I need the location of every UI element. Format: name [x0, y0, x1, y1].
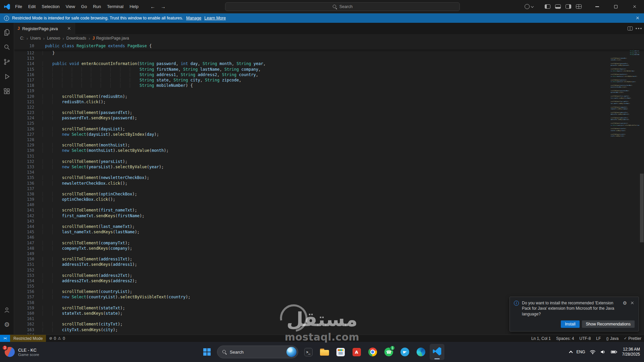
- taskbar-app-telegram[interactable]: [397, 344, 412, 360]
- search-highlight-image[interactable]: [286, 347, 297, 357]
- language-indicator[interactable]: ENG: [577, 350, 585, 354]
- taskbar-app-microsoft-store[interactable]: [333, 344, 348, 360]
- code-line-134[interactable]: 134: [14, 170, 644, 175]
- wifi-icon[interactable]: [590, 350, 596, 354]
- code-line-112[interactable]: 112 }: [14, 50, 644, 56]
- menu-go[interactable]: Go: [78, 0, 90, 13]
- battery-icon[interactable]: [610, 350, 618, 354]
- menu-terminal[interactable]: Terminal: [104, 0, 126, 13]
- code-line-122[interactable]: 122: [14, 105, 644, 110]
- toggle-secondary-sidebar-icon[interactable]: [566, 4, 571, 9]
- code-line-143[interactable]: 143: [14, 219, 644, 224]
- chevron-up-icon[interactable]: [569, 351, 573, 354]
- show-recommendations-button[interactable]: Show Recommendations: [582, 320, 635, 328]
- breadcrumb-item[interactable]: Users: [30, 36, 41, 41]
- taskbar-app-whatsapp[interactable]: ☎1: [381, 344, 396, 360]
- code-line-125[interactable]: 125: [14, 121, 644, 126]
- breadcrumb-item[interactable]: C:: [20, 36, 24, 41]
- menu-view[interactable]: View: [63, 0, 78, 13]
- start-button[interactable]: [200, 344, 214, 360]
- remote-indicator[interactable]: ><: [0, 335, 10, 342]
- extensions-icon[interactable]: [0, 84, 14, 99]
- taskbar-app-microsoft-edge[interactable]: [414, 344, 428, 360]
- toggle-sidebar-icon[interactable]: [545, 4, 550, 9]
- forward-button[interactable]: →: [161, 4, 166, 9]
- gear-icon[interactable]: ⚙: [623, 300, 627, 306]
- code-line-117[interactable]: 117 String state, String city, String zi…: [14, 77, 644, 83]
- status-java[interactable]: {}Java: [603, 335, 621, 342]
- more-actions-icon[interactable]: [638, 28, 639, 29]
- clock[interactable]: 12:36 AM 7/28/2025: [622, 347, 640, 357]
- close-window-button[interactable]: [625, 0, 644, 13]
- sticky-scroll-line[interactable]: 10 public class RegisterPage extends Pag…: [14, 42, 644, 50]
- code-line-142[interactable]: 142 first_nameTxt.sendKeys(firstName);: [14, 213, 644, 219]
- menu-file[interactable]: File: [12, 0, 25, 13]
- search-icon[interactable]: [0, 40, 14, 54]
- code-line-152[interactable]: 152: [14, 267, 644, 273]
- code-line-140[interactable]: 140: [14, 202, 644, 207]
- widgets-sports-score[interactable]: 3 CLE - KC Game score: [5, 342, 39, 362]
- menu-help[interactable]: Help: [126, 0, 142, 13]
- volume-icon[interactable]: [600, 349, 606, 355]
- code-line-148[interactable]: 148 companyTxt.sendKeys(company);: [14, 246, 644, 251]
- close-tab-icon[interactable]: [67, 26, 71, 31]
- breadcrumb-item[interactable]: Downloads: [66, 36, 86, 41]
- taskbar-app-file-explorer[interactable]: [317, 344, 332, 360]
- code-line-138[interactable]: 138 scrollToElement(optinCheckBox);: [14, 191, 644, 197]
- code-line-131[interactable]: 131: [14, 154, 644, 159]
- code-line-114[interactable]: 114 public void enterAccountInformation(…: [14, 61, 644, 66]
- code-line-130[interactable]: 130 new Select(monthsList).selectByValue…: [14, 148, 644, 153]
- code-line-141[interactable]: 141 scrollToElement(first_nameTxt);: [14, 207, 644, 213]
- settings-gear-icon[interactable]: ⚙: [0, 317, 14, 332]
- problems-status[interactable]: ⊘ 0 ⚠ 0: [46, 335, 68, 342]
- code-line-115[interactable]: 115 String firstName, String lastName, S…: [14, 67, 644, 72]
- code-line-128[interactable]: 128: [14, 137, 644, 142]
- code-line-121[interactable]: 121 rediusBtn.click();: [14, 99, 644, 105]
- install-button[interactable]: Install: [561, 320, 579, 328]
- taskbar-app-google-chrome[interactable]: [365, 344, 380, 360]
- code-line-154[interactable]: 154 address2Txt.sendKeys(address2);: [14, 278, 644, 284]
- status-utf-8[interactable]: UTF-8: [577, 335, 593, 342]
- code-line-127[interactable]: 127 new Select(daysList).selectByIndex(d…: [14, 132, 644, 137]
- code-line-146[interactable]: 146: [14, 235, 644, 240]
- close-toast-icon[interactable]: [630, 301, 635, 305]
- toggle-panel-icon[interactable]: [555, 4, 561, 9]
- split-editor-icon[interactable]: [628, 26, 633, 31]
- menu-run[interactable]: Run: [90, 0, 104, 13]
- code-line-137[interactable]: 137: [14, 186, 644, 191]
- code-line-129[interactable]: 129 scrollToElement(monthsList);: [14, 142, 644, 148]
- code-line-118[interactable]: 118 String mobileNumber) {: [14, 83, 644, 88]
- code-line-145[interactable]: 145 last_nameTxt.sendKeys(lastName);: [14, 229, 644, 235]
- explorer-icon[interactable]: [0, 25, 14, 40]
- close-banner-icon[interactable]: [635, 16, 640, 20]
- code-line-151[interactable]: 151 address1Txt.sendKeys(address1);: [14, 262, 644, 267]
- run-debug-icon[interactable]: [0, 69, 14, 84]
- breadcrumb-item[interactable]: Lenovo: [47, 36, 60, 41]
- status-spaces-4[interactable]: Spaces: 4: [553, 335, 577, 342]
- maximize-button[interactable]: [606, 0, 625, 13]
- scrollbar-thumb[interactable]: [640, 174, 644, 242]
- code-line-126[interactable]: 126 scrollToElement(daysList);: [14, 126, 644, 132]
- code-editor[interactable]: 10 public class RegisterPage extends Pag…: [14, 42, 644, 335]
- code-line-132[interactable]: 132 scrollToElement(yearsList);: [14, 159, 644, 164]
- source-control-icon[interactable]: [0, 54, 14, 69]
- code-line-156[interactable]: 156 scrollToElement(countryList);: [14, 289, 644, 294]
- code-line-139[interactable]: 139 optinCheckBox.click();: [14, 197, 644, 202]
- account-icon[interactable]: [0, 302, 14, 317]
- minimize-button[interactable]: [588, 0, 606, 13]
- restricted-mode-status[interactable]: Restricted Mode: [10, 335, 46, 342]
- command-center-search[interactable]: Search: [225, 2, 460, 11]
- code-line-119[interactable]: 119: [14, 88, 644, 94]
- back-button[interactable]: ←: [150, 4, 155, 9]
- code-line-155[interactable]: 155: [14, 284, 644, 289]
- code-line-153[interactable]: 153 scrollToElement(address2Txt);: [14, 273, 644, 278]
- tab-registerpage-java[interactable]: J RegisterPage.java: [14, 23, 75, 34]
- copilot-menu[interactable]: [525, 4, 533, 9]
- taskbar-search[interactable]: Search: [217, 346, 298, 358]
- code-line-136[interactable]: 136 newsletterCheckBox.click();: [14, 181, 644, 186]
- learn-more-link[interactable]: Learn More: [204, 16, 226, 20]
- taskbar-app-windows-terminal[interactable]: >_: [301, 344, 316, 360]
- status-lf[interactable]: LF: [593, 335, 603, 342]
- code-line-123[interactable]: 123 scrollToElement(passwordTxt);: [14, 110, 644, 115]
- breadcrumb-item[interactable]: JRegisterPage.java: [92, 36, 129, 41]
